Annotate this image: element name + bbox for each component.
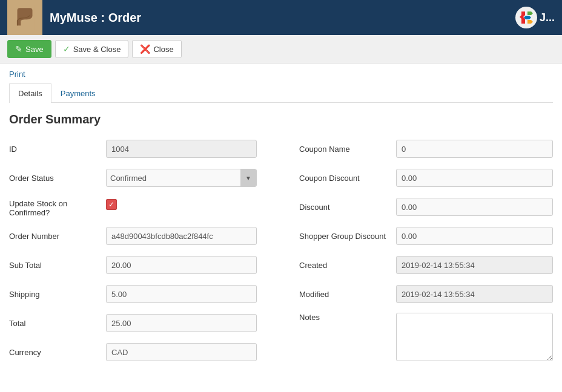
created-input[interactable] xyxy=(396,256,553,274)
coupon-discount-label: Coupon Discount xyxy=(299,174,396,183)
coupon-discount-input[interactable] xyxy=(396,169,553,187)
total-input[interactable] xyxy=(106,314,257,332)
created-row: Created xyxy=(299,255,553,275)
toolbar: ✎ Save ✓ Save & Close ❌ Close xyxy=(0,35,562,64)
shipping-row: Shipping xyxy=(9,284,257,304)
tab-details[interactable]: Details xyxy=(9,83,51,103)
update-stock-checkbox-container: ✓ xyxy=(106,199,257,210)
order-status-label: Order Status xyxy=(9,174,106,183)
order-status-select[interactable]: Confirmed Pending Cancelled Shipped xyxy=(107,171,240,185)
order-number-label: Order Number xyxy=(9,232,106,241)
notes-textarea[interactable] xyxy=(396,313,553,361)
order-number-input[interactable] xyxy=(106,227,257,245)
x-icon: ❌ xyxy=(140,44,150,54)
currency-row: Currency xyxy=(9,342,257,362)
discount-input[interactable] xyxy=(396,198,553,216)
shopper-group-discount-row: Shopper Group Discount xyxy=(299,226,553,246)
currency-input[interactable] xyxy=(106,343,257,361)
save-label: Save xyxy=(25,45,44,54)
save-close-label: Save & Close xyxy=(73,45,121,54)
created-label: Created xyxy=(299,261,396,270)
joomla-brand: J... xyxy=(515,7,555,28)
shopper-group-discount-label: Shopper Group Discount xyxy=(299,232,396,241)
print-link[interactable]: Print xyxy=(9,70,25,79)
logo-box xyxy=(7,0,42,35)
save-button[interactable]: ✎ Save xyxy=(7,40,51,58)
total-label: Total xyxy=(9,319,106,328)
order-form: ID Order Status Confirmed Pending Cancel… xyxy=(9,139,553,371)
modified-label: Modified xyxy=(299,290,396,299)
select-arrow-icon: ▼ xyxy=(240,169,256,186)
notes-label: Notes xyxy=(299,313,396,322)
id-input[interactable] xyxy=(106,140,257,158)
main-content: Print Details Payments Order Summary ID … xyxy=(0,64,562,392)
joomla-icon xyxy=(515,7,537,28)
order-status-row: Order Status Confirmed Pending Cancelled… xyxy=(9,168,257,188)
right-column: Coupon Name Coupon Discount Discount Sho… xyxy=(293,139,553,371)
order-number-row: Order Number xyxy=(9,226,257,246)
sub-total-label: Sub Total xyxy=(9,261,106,270)
modified-row: Modified xyxy=(299,284,553,304)
update-stock-label: Update Stock onConfirmed? xyxy=(9,199,106,217)
discount-row: Discount xyxy=(299,197,553,217)
notes-row: Notes xyxy=(299,313,553,361)
check-icon: ✓ xyxy=(63,44,70,54)
order-summary-title: Order Summary xyxy=(9,113,553,126)
save-close-button[interactable]: ✓ Save & Close xyxy=(55,40,129,58)
id-row: ID xyxy=(9,139,257,159)
coupon-name-label: Coupon Name xyxy=(299,145,396,154)
tab-payments[interactable]: Payments xyxy=(51,83,105,103)
save-icon: ✎ xyxy=(15,44,22,54)
currency-label: Currency xyxy=(9,348,106,357)
app-header: MyMuse : Order J... xyxy=(0,0,562,35)
coupon-discount-row: Coupon Discount xyxy=(299,168,553,188)
order-status-select-wrapper[interactable]: Confirmed Pending Cancelled Shipped ▼ xyxy=(106,169,257,187)
logo-image xyxy=(13,5,37,30)
page-title: MyMuse : Order xyxy=(50,11,515,25)
close-label: Close xyxy=(153,45,173,54)
shopper-group-discount-input[interactable] xyxy=(396,227,553,245)
modified-input[interactable] xyxy=(396,285,553,303)
sub-total-input[interactable] xyxy=(106,256,257,274)
total-row: Total xyxy=(9,313,257,333)
update-stock-checkbox[interactable]: ✓ xyxy=(106,199,117,210)
update-stock-row: Update Stock onConfirmed? ✓ xyxy=(9,197,257,217)
tab-bar: Details Payments xyxy=(9,83,553,103)
sub-total-row: Sub Total xyxy=(9,255,257,275)
discount-label: Discount xyxy=(299,203,396,212)
coupon-name-row: Coupon Name xyxy=(299,139,553,159)
shipping-label: Shipping xyxy=(9,290,106,299)
left-column: ID Order Status Confirmed Pending Cancel… xyxy=(9,139,269,371)
close-button[interactable]: ❌ Close xyxy=(132,40,181,58)
shipping-input[interactable] xyxy=(106,285,257,303)
joomla-label: J... xyxy=(540,11,555,24)
id-label: ID xyxy=(9,145,106,154)
coupon-name-input[interactable] xyxy=(396,140,553,158)
